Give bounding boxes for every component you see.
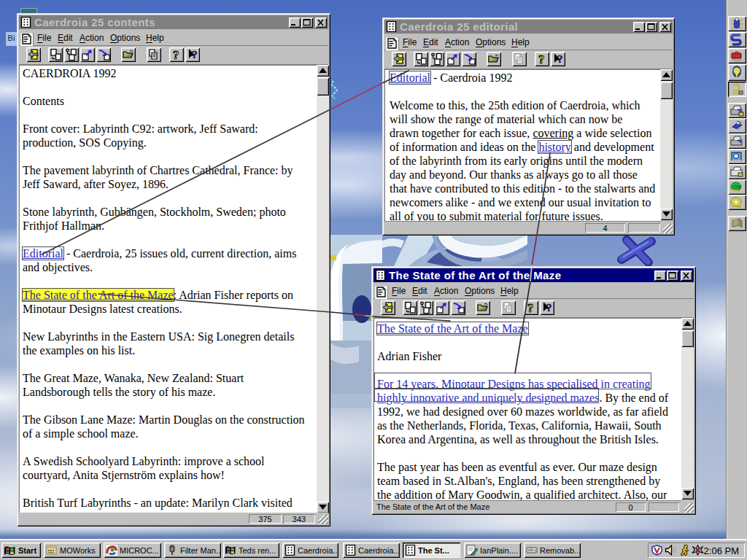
svg-text:CN: CN xyxy=(733,184,740,190)
